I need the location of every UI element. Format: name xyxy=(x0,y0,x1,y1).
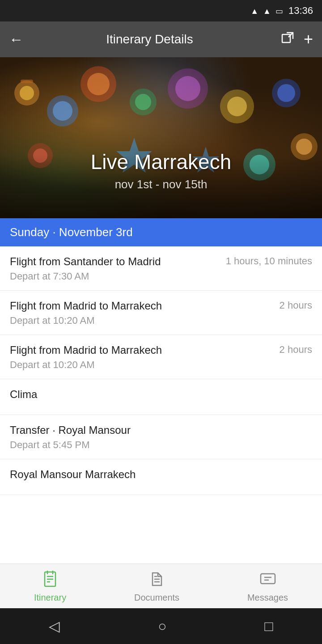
svg-point-12 xyxy=(175,76,200,101)
item-subtitle: Depart at 10:20 AM xyxy=(10,359,312,371)
item-title: Flight from Madrid to Marrakech xyxy=(10,344,162,356)
android-nav: ◁ ○ □ xyxy=(0,608,322,644)
messages-tab-label: Messages xyxy=(247,593,288,603)
item-subtitle: Depart at 7:30 AM xyxy=(10,271,312,282)
status-icons xyxy=(250,5,283,17)
svg-point-14 xyxy=(227,97,247,116)
documents-tab-label: Documents xyxy=(134,593,179,603)
messages-tab-icon xyxy=(258,569,278,589)
tab-itinerary[interactable]: Itinerary xyxy=(34,569,66,603)
android-recent-button[interactable]: □ xyxy=(264,618,273,635)
hero-decoration xyxy=(0,57,322,218)
nav-title: Itinerary Details xyxy=(32,32,267,47)
external-link-button[interactable] xyxy=(280,31,295,48)
svg-point-3 xyxy=(20,86,34,100)
tab-bar: Itinerary Documents Messages xyxy=(0,564,322,608)
nav-bar: ← Itinerary Details + xyxy=(0,21,322,57)
status-bar: 13:36 xyxy=(0,0,322,21)
nav-actions: + xyxy=(280,30,313,49)
battery-icon xyxy=(275,5,283,17)
itinerary-list: Flight from Santander to Madrid1 hours, … xyxy=(0,246,322,495)
item-duration: 1 hours, 10 minutes xyxy=(226,255,312,267)
clock: 13:36 xyxy=(288,5,313,17)
hero-section: Live Marrakech nov 1st - nov 15th xyxy=(0,57,322,218)
item-duration: 2 hours xyxy=(280,300,312,311)
item-title: Clima xyxy=(10,388,37,401)
tab-messages[interactable]: Messages xyxy=(247,569,288,603)
item-duration: 2 hours xyxy=(280,344,312,356)
svg-rect-36 xyxy=(261,574,275,584)
itinerary-tab-label: Itinerary xyxy=(34,593,66,603)
itinerary-tab-icon xyxy=(40,569,60,589)
svg-point-6 xyxy=(53,101,72,121)
android-back-button[interactable]: ◁ xyxy=(49,618,60,635)
wifi-icon xyxy=(250,5,258,17)
signal-icon xyxy=(263,5,271,17)
date-header: Sunday · November 3rd xyxy=(0,218,322,246)
svg-rect-0 xyxy=(282,34,290,42)
itinerary-item[interactable]: Flight from Santander to Madrid1 hours, … xyxy=(0,246,322,291)
documents-tab-icon xyxy=(147,569,167,589)
item-title: Flight from Santander to Madrid xyxy=(10,255,161,268)
itinerary-item[interactable]: Flight from Madrid to Marrakech2 hoursDe… xyxy=(0,291,322,335)
android-home-button[interactable]: ○ xyxy=(158,618,166,635)
svg-point-16 xyxy=(277,84,295,102)
svg-rect-4 xyxy=(21,80,33,83)
item-title: Flight from Madrid to Marrakech xyxy=(10,300,162,312)
svg-point-8 xyxy=(87,73,110,95)
svg-point-10 xyxy=(135,94,151,110)
itinerary-item[interactable]: Transfer · Royal MansourDepart at 5:45 P… xyxy=(0,415,322,459)
hero-trip-dates: nov 1st - nov 15th xyxy=(0,178,322,191)
item-subtitle: Depart at 5:45 PM xyxy=(10,439,312,451)
item-title: Transfer · Royal Mansour xyxy=(10,424,131,436)
hero-trip-title: Live Marrakech xyxy=(0,150,322,174)
itinerary-item[interactable]: Flight from Madrid to Marrakech2 hoursDe… xyxy=(0,335,322,379)
itinerary-item[interactable]: Royal Mansour Marrakech xyxy=(0,459,322,495)
tab-documents[interactable]: Documents xyxy=(134,569,179,603)
item-title: Royal Mansour Marrakech xyxy=(10,468,136,481)
item-subtitle: Depart at 10:20 AM xyxy=(10,315,312,326)
add-button[interactable]: + xyxy=(304,30,313,49)
hero-text: Live Marrakech nov 1st - nov 15th xyxy=(0,150,322,191)
back-button[interactable]: ← xyxy=(9,31,23,48)
itinerary-item[interactable]: Clima xyxy=(0,379,322,415)
date-header-label: Sunday · November 3rd xyxy=(10,225,133,239)
